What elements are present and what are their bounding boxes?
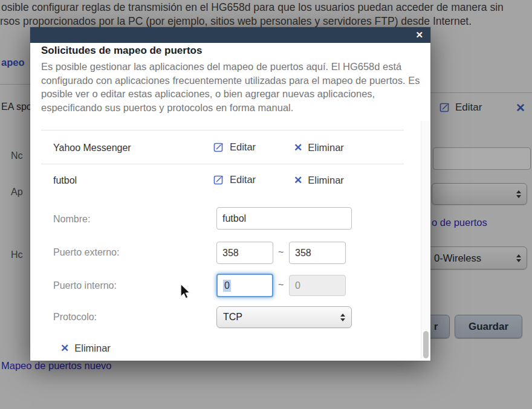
external-port-from-value: 358 — [222, 248, 239, 259]
port-mapping-dialog: ✕ Solicitudes de mapeo de puertos Es pos… — [30, 27, 430, 361]
delete-x-icon: ✕ — [294, 141, 302, 154]
close-icon[interactable]: ✕ — [415, 29, 423, 41]
internal-port-from-input[interactable]: 0 — [216, 274, 273, 297]
dialog-scrollbar-thumb[interactable] — [423, 331, 429, 358]
dialog-scrollbar-track[interactable] — [421, 121, 430, 359]
app-row-edit-button[interactable]: Editar — [213, 174, 256, 185]
dialog-title-bar — [30, 27, 430, 43]
delete-label: Eliminar — [308, 142, 344, 153]
name-input[interactable]: futbol — [216, 207, 352, 230]
mouse-cursor-icon — [178, 283, 192, 303]
protocol-label: Protocolo: — [53, 312, 97, 323]
protocol-select[interactable]: TCP — [216, 306, 352, 328]
port-range-tilde: ~ — [278, 280, 284, 291]
delete-label: Eliminar — [308, 175, 344, 186]
app-row-name: Yahoo Messenger — [53, 143, 131, 153]
name-field-label: Nombre: — [53, 214, 90, 225]
name-input-value: futbol — [222, 213, 246, 224]
list-divider — [41, 130, 404, 130]
delete-x-icon: ✕ — [294, 174, 302, 187]
delete-x-icon: ✕ — [60, 342, 69, 355]
internal-port-to-input: 0 — [289, 275, 346, 296]
dialog-title: Solicitudes de mapeo de puertos — [41, 45, 202, 57]
form-delete-label: Eliminar — [74, 343, 111, 354]
edit-label: Editar — [230, 141, 256, 153]
select-stepper-icon — [340, 314, 345, 321]
external-port-from-input[interactable]: 358 — [216, 242, 273, 264]
app-row-edit-button[interactable]: Editar — [213, 141, 256, 153]
edit-label: Editar — [230, 174, 256, 185]
internal-port-from-value: 0 — [223, 280, 231, 292]
internal-port-to-value: 0 — [295, 280, 300, 291]
app-row-delete-button[interactable]: ✕ Eliminar — [294, 141, 344, 154]
app-row-name: futbol — [53, 175, 77, 186]
external-port-to-input[interactable]: 358 — [289, 242, 346, 264]
port-range-tilde: ~ — [278, 247, 284, 258]
form-delete-button[interactable]: ✕ Eliminar — [60, 342, 111, 355]
external-port-label: Puerto externo: — [53, 247, 119, 258]
list-divider — [41, 164, 404, 164]
external-port-to-value: 358 — [295, 248, 311, 259]
protocol-select-value: TCP — [223, 312, 242, 323]
edit-pencil-icon — [213, 175, 224, 185]
edit-pencil-icon — [213, 142, 224, 153]
app-row-delete-button[interactable]: ✕ Eliminar — [294, 174, 344, 187]
internal-port-label: Puerto interno: — [53, 280, 117, 291]
dialog-description: Es posible gestionar las aplicaciones de… — [41, 60, 423, 114]
